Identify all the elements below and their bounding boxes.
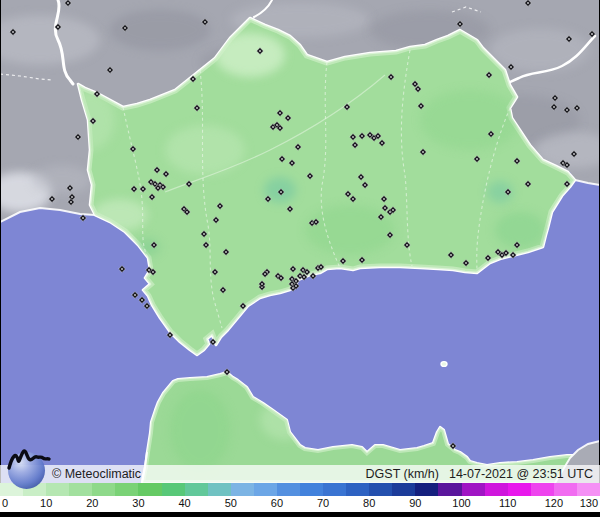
scale-color-segment [92, 483, 115, 496]
scale-tick-label: 40 [178, 496, 190, 511]
scale-tick-label: 10 [40, 496, 52, 511]
scale-color-segment [438, 483, 461, 496]
weather-map-window: © Meteoclimatic DGST (km/h) 14-07-2021 @… [0, 0, 600, 517]
attribution-bar: © Meteoclimatic DGST (km/h) 14-07-2021 @… [0, 465, 600, 483]
scale-color-segment [69, 483, 92, 496]
scale-tick-label: 60 [271, 496, 283, 511]
scale-color-segment [231, 483, 254, 496]
map-canvas [0, 0, 600, 483]
scale-tick-label: 90 [409, 496, 421, 511]
scale-color-segment [577, 483, 600, 496]
product-label: DGST (km/h) [366, 467, 439, 481]
scale-color-segment [531, 483, 554, 496]
scale-color-segment [300, 483, 323, 496]
scale-color-segment [138, 483, 161, 496]
scale-tick-label: 70 [317, 496, 329, 511]
scale-color-segment [115, 483, 138, 496]
scale-color-segment [485, 483, 508, 496]
scale-ticks: 0102030405060708090100110120130 [0, 496, 600, 512]
map-meta: DGST (km/h) 14-07-2021 @ 23:51 UTC [366, 467, 593, 481]
scale-color-segment [208, 483, 231, 496]
scale-color-segment [392, 483, 415, 496]
scale-tick-label: 110 [499, 496, 517, 511]
meteoclimatic-logo[interactable] [4, 444, 56, 490]
scale-color-segment [462, 483, 485, 496]
timestamp-label: 14-07-2021 @ 23:51 UTC [449, 467, 593, 481]
scale-color-segment [415, 483, 438, 496]
copyright-label: © Meteoclimatic [52, 467, 141, 481]
scale-color-segment [323, 483, 346, 496]
scale-color-segment [254, 483, 277, 496]
scale-bottom-border [0, 512, 600, 517]
scale-color-segment [346, 483, 369, 496]
scale-tick-label: 0 [2, 496, 8, 511]
scale-gradient [0, 483, 600, 496]
scale-tick-label: 20 [86, 496, 98, 511]
scale-tick-label: 100 [452, 496, 470, 511]
scale-color-segment [162, 483, 185, 496]
scale-tick-label: 50 [225, 496, 237, 511]
scale-color-segment [554, 483, 577, 496]
scale-color-segment [369, 483, 392, 496]
scale-color-segment [277, 483, 300, 496]
wind-gust-scale-legend: 0102030405060708090100110120130 [0, 483, 600, 517]
alboran-island [441, 362, 447, 367]
logo-m-wave-icon [4, 444, 56, 474]
scale-tick-label: 30 [132, 496, 144, 511]
scale-color-segment [185, 483, 208, 496]
scale-tick-label: 130 [580, 496, 598, 511]
scale-color-segment [508, 483, 531, 496]
scale-tick-label: 80 [363, 496, 375, 511]
scale-tick-label: 120 [545, 496, 563, 511]
